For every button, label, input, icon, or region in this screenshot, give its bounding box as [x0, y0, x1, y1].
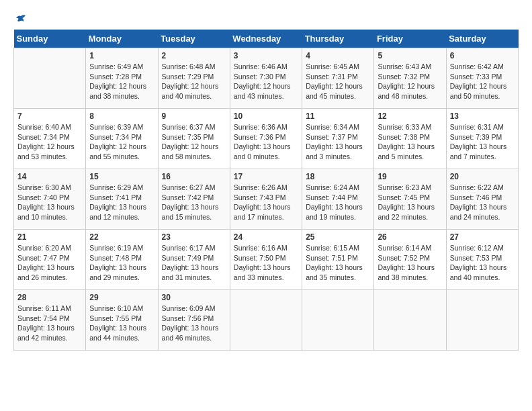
- day-number: 22: [89, 232, 154, 242]
- day-info: Sunrise: 6:31 AM Sunset: 7:39 PM Dayligh…: [450, 122, 515, 162]
- day-cell: 12Sunrise: 6:33 AM Sunset: 7:38 PM Dayli…: [374, 109, 446, 169]
- day-number: 4: [306, 51, 370, 60]
- week-row-2: 7Sunrise: 6:40 AM Sunset: 7:34 PM Daylig…: [14, 109, 519, 169]
- day-info: Sunrise: 6:30 AM Sunset: 7:40 PM Dayligh…: [17, 183, 82, 222]
- day-cell: 18Sunrise: 6:24 AM Sunset: 7:44 PM Dayli…: [302, 169, 374, 230]
- header-cell-sunday: Sunday: [14, 30, 86, 48]
- day-number: 23: [162, 232, 226, 242]
- day-info: Sunrise: 6:15 AM Sunset: 7:51 PM Dayligh…: [306, 243, 370, 283]
- day-cell: 13Sunrise: 6:31 AM Sunset: 7:39 PM Dayli…: [446, 109, 518, 169]
- day-number: 27: [450, 232, 515, 242]
- day-cell: 19Sunrise: 6:23 AM Sunset: 7:45 PM Dayli…: [374, 169, 446, 230]
- day-info: Sunrise: 6:48 AM Sunset: 7:29 PM Dayligh…: [162, 62, 226, 101]
- day-cell: [374, 290, 446, 351]
- day-info: Sunrise: 6:45 AM Sunset: 7:31 PM Dayligh…: [306, 62, 370, 101]
- day-number: 29: [89, 293, 154, 302]
- day-info: Sunrise: 6:37 AM Sunset: 7:35 PM Dayligh…: [162, 122, 226, 162]
- week-row-1: 1Sunrise: 6:49 AM Sunset: 7:28 PM Daylig…: [14, 48, 519, 109]
- day-info: Sunrise: 6:42 AM Sunset: 7:33 PM Dayligh…: [450, 62, 515, 101]
- day-number: 12: [378, 111, 442, 121]
- day-cell: [446, 290, 518, 351]
- day-cell: 2Sunrise: 6:48 AM Sunset: 7:29 PM Daylig…: [158, 48, 230, 109]
- day-number: 19: [378, 172, 442, 181]
- day-number: 3: [234, 51, 298, 60]
- day-cell: 9Sunrise: 6:37 AM Sunset: 7:35 PM Daylig…: [158, 109, 230, 169]
- day-info: Sunrise: 6:19 AM Sunset: 7:48 PM Dayligh…: [89, 243, 154, 283]
- header-cell-tuesday: Tuesday: [158, 30, 230, 48]
- day-cell: 25Sunrise: 6:15 AM Sunset: 7:51 PM Dayli…: [302, 230, 374, 290]
- day-number: 28: [17, 293, 82, 302]
- day-number: 11: [306, 111, 370, 121]
- header-cell-friday: Friday: [374, 30, 446, 48]
- calendar-body: 1Sunrise: 6:49 AM Sunset: 7:28 PM Daylig…: [14, 48, 519, 351]
- day-number: 2: [162, 51, 226, 60]
- day-cell: 15Sunrise: 6:29 AM Sunset: 7:41 PM Dayli…: [86, 169, 158, 230]
- header-cell-thursday: Thursday: [302, 30, 374, 48]
- day-number: 18: [306, 172, 370, 181]
- week-row-5: 28Sunrise: 6:11 AM Sunset: 7:54 PM Dayli…: [14, 290, 519, 351]
- day-info: Sunrise: 6:10 AM Sunset: 7:55 PM Dayligh…: [89, 304, 154, 343]
- day-number: 21: [17, 232, 82, 242]
- day-info: Sunrise: 6:09 AM Sunset: 7:56 PM Dayligh…: [162, 304, 226, 343]
- day-info: Sunrise: 6:23 AM Sunset: 7:45 PM Dayligh…: [378, 183, 442, 222]
- day-number: 9: [162, 111, 226, 121]
- day-info: Sunrise: 6:22 AM Sunset: 7:46 PM Dayligh…: [450, 183, 515, 222]
- day-number: 7: [17, 111, 82, 121]
- day-info: Sunrise: 6:20 AM Sunset: 7:47 PM Dayligh…: [17, 243, 82, 283]
- day-cell: 11Sunrise: 6:34 AM Sunset: 7:37 PM Dayli…: [302, 109, 374, 169]
- day-info: Sunrise: 6:11 AM Sunset: 7:54 PM Dayligh…: [17, 304, 82, 343]
- day-cell: 4Sunrise: 6:45 AM Sunset: 7:31 PM Daylig…: [302, 48, 374, 109]
- day-info: Sunrise: 6:24 AM Sunset: 7:44 PM Dayligh…: [306, 183, 370, 222]
- day-info: Sunrise: 6:43 AM Sunset: 7:32 PM Dayligh…: [378, 62, 442, 101]
- day-number: 6: [450, 51, 515, 60]
- day-cell: 28Sunrise: 6:11 AM Sunset: 7:54 PM Dayli…: [14, 290, 86, 351]
- day-info: Sunrise: 6:33 AM Sunset: 7:38 PM Dayligh…: [378, 122, 442, 162]
- day-cell: [14, 48, 86, 109]
- week-row-4: 21Sunrise: 6:20 AM Sunset: 7:47 PM Dayli…: [14, 230, 519, 290]
- day-number: 5: [378, 51, 442, 60]
- day-number: 1: [89, 51, 154, 60]
- day-info: Sunrise: 6:17 AM Sunset: 7:49 PM Dayligh…: [162, 243, 226, 283]
- day-cell: 26Sunrise: 6:14 AM Sunset: 7:52 PM Dayli…: [374, 230, 446, 290]
- day-cell: 1Sunrise: 6:49 AM Sunset: 7:28 PM Daylig…: [86, 48, 158, 109]
- calendar-header: SundayMondayTuesdayWednesdayThursdayFrid…: [14, 30, 519, 48]
- header-cell-wednesday: Wednesday: [230, 30, 302, 48]
- day-info: Sunrise: 6:49 AM Sunset: 7:28 PM Dayligh…: [89, 62, 154, 101]
- day-number: 15: [89, 172, 154, 181]
- logo: [13, 13, 27, 23]
- day-cell: [302, 290, 374, 351]
- calendar-table: SundayMondayTuesdayWednesdayThursdayFrid…: [13, 30, 519, 351]
- day-cell: 17Sunrise: 6:26 AM Sunset: 7:43 PM Dayli…: [230, 169, 302, 230]
- day-cell: 14Sunrise: 6:30 AM Sunset: 7:40 PM Dayli…: [14, 169, 86, 230]
- day-info: Sunrise: 6:26 AM Sunset: 7:43 PM Dayligh…: [234, 183, 298, 222]
- day-number: 10: [234, 111, 298, 121]
- day-cell: 21Sunrise: 6:20 AM Sunset: 7:47 PM Dayli…: [14, 230, 86, 290]
- day-number: 24: [234, 232, 298, 242]
- day-cell: 3Sunrise: 6:46 AM Sunset: 7:30 PM Daylig…: [230, 48, 302, 109]
- day-number: 13: [450, 111, 515, 121]
- day-cell: [230, 290, 302, 351]
- day-cell: 23Sunrise: 6:17 AM Sunset: 7:49 PM Dayli…: [158, 230, 230, 290]
- day-info: Sunrise: 6:40 AM Sunset: 7:34 PM Dayligh…: [17, 122, 82, 162]
- header-cell-monday: Monday: [86, 30, 158, 48]
- day-cell: 27Sunrise: 6:12 AM Sunset: 7:53 PM Dayli…: [446, 230, 518, 290]
- day-number: 30: [162, 293, 226, 302]
- day-info: Sunrise: 6:12 AM Sunset: 7:53 PM Dayligh…: [450, 243, 515, 283]
- day-number: 14: [17, 172, 82, 181]
- day-number: 16: [162, 172, 226, 181]
- day-number: 17: [234, 172, 298, 181]
- page-header: [13, 13, 519, 23]
- header-cell-saturday: Saturday: [446, 30, 518, 48]
- day-info: Sunrise: 6:14 AM Sunset: 7:52 PM Dayligh…: [378, 243, 442, 283]
- day-cell: 22Sunrise: 6:19 AM Sunset: 7:48 PM Dayli…: [86, 230, 158, 290]
- day-number: 25: [306, 232, 370, 242]
- logo-bird-icon: [15, 13, 27, 23]
- day-info: Sunrise: 6:29 AM Sunset: 7:41 PM Dayligh…: [89, 183, 154, 222]
- day-cell: 16Sunrise: 6:27 AM Sunset: 7:42 PM Dayli…: [158, 169, 230, 230]
- day-info: Sunrise: 6:39 AM Sunset: 7:34 PM Dayligh…: [89, 122, 154, 162]
- header-row: SundayMondayTuesdayWednesdayThursdayFrid…: [14, 30, 519, 48]
- day-number: 26: [378, 232, 442, 242]
- day-number: 8: [89, 111, 154, 121]
- day-cell: 30Sunrise: 6:09 AM Sunset: 7:56 PM Dayli…: [158, 290, 230, 351]
- day-cell: 5Sunrise: 6:43 AM Sunset: 7:32 PM Daylig…: [374, 48, 446, 109]
